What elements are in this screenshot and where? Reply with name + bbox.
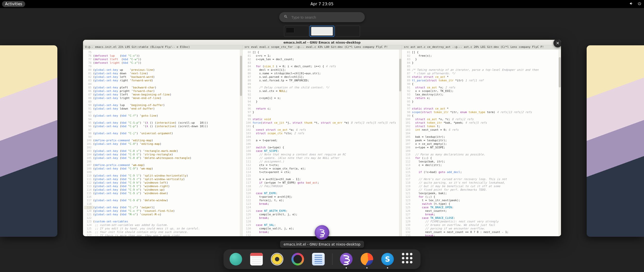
- workspace-3[interactable]: [335, 26, 360, 37]
- code-line[interactable]: 102 struct token t;: [403, 125, 561, 128]
- code-line[interactable]: 114 t→ctx→parent = ctx;: [244, 171, 402, 174]
- code-line[interactable]: 111(global-set-key (kbd "C-9 r") 'split-…: [84, 178, 242, 181]
- code-line[interactable]: 87 * clean up afterwards. */: [403, 72, 561, 75]
- scrollbar-thumb[interactable]: [240, 56, 242, 96]
- code-line[interactable]: 123(custom-set-variables: [84, 220, 242, 223]
- code-line[interactable]: 96: [403, 104, 561, 107]
- code-line[interactable]: 83(global-set-key right 'forward-word): [84, 79, 242, 82]
- code-line[interactable]: 125 ;; If you edit it by hand, you could…: [84, 227, 242, 230]
- code-line[interactable]: 98: [244, 114, 402, 118]
- code-line[interactable]: 128 case TK_BRACE_CLOSE:: [403, 216, 561, 220]
- code-line[interactable]: 91 struct ce_ast *x; 2 refs: [403, 86, 561, 89]
- code-line[interactable]: 120 case NT_EXPR:: [244, 192, 402, 195]
- code-line[interactable]: 97static struct ce_ast *: [403, 107, 561, 111]
- code-line[interactable]: 117(global-set-key (kbd "C-9 d") 'delete…: [84, 199, 242, 202]
- dock-item-rhythmbox[interactable]: [270, 252, 284, 266]
- code-line[interactable]: 110 // update. (Also note that ctx may b…: [244, 156, 402, 160]
- code-line[interactable]: 116: [403, 174, 561, 178]
- code-line[interactable]: 119(global-set-key (kbd "C-/") 'swiper)|: [84, 206, 242, 209]
- dock-item-calendar[interactable]: [250, 252, 263, 266]
- code-line[interactable]: 93 c→sym[i] = s;: [244, 96, 402, 100]
- code-line[interactable]: 115(global-set-key (kbd "C-9 s") 'windmo…: [84, 192, 242, 195]
- code-line[interactable]: 98scope(struct token_itr *itr, enum toke…: [403, 111, 561, 114]
- code-line[interactable]: 127 ;; If there is more than one, they w…: [84, 234, 242, 236]
- code-line[interactable]: 76(defconst lup (kbd "C-x")): [84, 54, 242, 58]
- code-line[interactable]: 83 }: [403, 58, 561, 61]
- code-line[interactable]: 107(define-prefix-command 'wm-map): [84, 163, 242, 167]
- code-line[interactable]: 101{: [244, 125, 402, 128]
- code-line[interactable]: 81 c→rc = 1;: [244, 54, 402, 58]
- code-line[interactable]: 105 bak = lexdup(itr);: [403, 135, 561, 139]
- code-line[interactable]: 112(global-set-key (kbd "C-9 h") 'windmo…: [84, 181, 242, 185]
- code-line[interactable]: 96(global-set-key (kbd "C-p") '(λ () (in…: [84, 125, 242, 128]
- code-line[interactable]: 77(defconst lleft (kbd "C-w")): [84, 58, 242, 61]
- code-line[interactable]: 130 // breaks on overflow. We should jus…: [403, 223, 561, 227]
- code-line[interactable]: 105(global-set-key (kbd "C-0 d") 'delete…: [84, 156, 242, 160]
- emacs-pane-left[interactable]: 7576(defconst lup (kbd "C-x"))77(defcons…: [83, 50, 243, 236]
- code-line[interactable]: 95(global-set-key (kbd "C-S-p") '(λ () (…: [84, 121, 242, 125]
- dock-item-emacs[interactable]: [340, 252, 353, 266]
- code-line[interactable]: 97: [84, 128, 242, 132]
- scrollbar[interactable]: [558, 50, 561, 236]
- window-titlebar[interactable]: emacs.init.el - GNU Emacs at nixos-deskt…: [83, 40, 561, 45]
- code-line[interactable]: 118: [84, 202, 242, 206]
- code-line[interactable]: 128: [244, 220, 402, 223]
- code-line[interactable]: 88 s.val.forced.tp = TP_UNFORCED;: [244, 79, 402, 82]
- code-line[interactable]: 102: [84, 146, 242, 149]
- code-line[interactable]: 118 // FALLTHROUGH: [244, 185, 402, 188]
- code-line[interactable]: 110(global-set-key (kbd "C-9 l") 'split-…: [84, 174, 242, 178]
- code-line[interactable]: 80[] {: [244, 51, 402, 54]
- code-line[interactable]: 94: [84, 118, 242, 121]
- code-line[interactable]: 92: [84, 111, 242, 114]
- power-icon[interactable]: [637, 2, 641, 7]
- code-line[interactable]: 82 free(x);: [403, 54, 561, 58]
- code-line[interactable]: 108 x→type = NT_SCOPE;: [403, 146, 561, 149]
- code-line[interactable]: 103(global-set-key (kbd "C-0 s") 'rectan…: [84, 149, 242, 153]
- code-line[interactable]: 88(global-set-key lright 'move-end-of-li…: [84, 96, 242, 100]
- workspace-2[interactable]: [310, 26, 334, 37]
- code-line[interactable]: 120(global-set-key (kbd "C-x f") 'counse…: [84, 209, 242, 213]
- code-line[interactable]: 124 ;; custom-set-variables was added by…: [84, 223, 242, 227]
- scrollbar[interactable]: [399, 50, 401, 236]
- code-line[interactable]: 99{: [403, 114, 561, 118]
- code-line[interactable]: 114(global-set-key (kbd "C-9 n") 'windmo…: [84, 188, 242, 192]
- code-line[interactable]: 91 s.val.ctx = NULL;: [244, 89, 402, 93]
- code-line[interactable]: 125 case NT_ARITH_EXPR:: [244, 209, 402, 213]
- code-line[interactable]: 126 ;; Your init file should contain onl…: [84, 230, 242, 234]
- code-line[interactable]: 82(global-set-key left 'backward-word): [84, 75, 242, 79]
- workspace-peek-right[interactable]: [587, 45, 644, 237]
- clock[interactable]: Apr 7 23:05: [310, 2, 334, 6]
- code-line[interactable]: 98(global-set-key (kbd "C-j") 'universal…: [84, 132, 242, 135]
- code-line[interactable]: 111 // assignment.): [244, 160, 402, 163]
- code-line[interactable]: 85: [403, 65, 561, 68]
- code-line[interactable]: 121 t→parsed = a→chl[0];: [244, 195, 402, 199]
- code-line[interactable]: 89tl_parse(struct token_itr *itr) 1 ref|…: [403, 79, 561, 82]
- code-line[interactable]: 86(global-set-key pright 'forward-char): [84, 89, 242, 93]
- code-line[interactable]: 123 t = lex_itr_next(peek);: [403, 199, 561, 202]
- code-line[interactable]: 91(global-set-key ldown 'end-of-buffer): [84, 107, 242, 111]
- code-line[interactable]: 80(global-set-key up 'previous-line): [84, 68, 242, 72]
- code-line[interactable]: 123 break;: [244, 202, 402, 206]
- code-line[interactable]: 119 // but it may be beneficial to cut i…: [403, 185, 561, 188]
- code-line[interactable]: 126 compile_arith(t, j, e);: [244, 213, 402, 216]
- window-emacs[interactable]: emacs.init.el - GNU Emacs at nixos-deskt…: [83, 40, 561, 236]
- overview-search[interactable]: [279, 12, 365, 22]
- code-line[interactable]: 125 case TK_BRACE_OPEN:: [403, 206, 561, 209]
- code-line[interactable]: 90{: [403, 82, 561, 86]
- code-line[interactable]: 126 nest_count++;: [403, 209, 561, 213]
- code-line[interactable]: 95: [244, 104, 402, 107]
- code-line[interactable]: 92: [244, 93, 402, 96]
- code-line[interactable]: 88static struct ce_ast *: [403, 75, 561, 79]
- code-line[interactable]: 117 // Here's our cursed error recovery …: [403, 178, 561, 181]
- code-line[interactable]: 81(global-set-key down 'next-line): [84, 72, 242, 75]
- code-line[interactable]: 118 // quite parsing, so it's not techni…: [403, 181, 561, 185]
- code-line[interactable]: 106: [244, 142, 402, 146]
- code-line[interactable]: 113 c = decl(itr);: [403, 163, 561, 167]
- code-line[interactable]: 115: [244, 174, 402, 178]
- code-line[interactable]: 84}: [403, 61, 561, 65]
- code-line[interactable]: 103 struct scope_ctx *ctx; 2 refs: [244, 132, 402, 135]
- code-line[interactable]: 93 lex_destroy(itr);: [403, 93, 561, 96]
- code-line[interactable]: 131 // parsing if we encounter overflow.: [403, 227, 561, 230]
- code-line[interactable]: 111 for (;;) {: [403, 156, 561, 160]
- code-line[interactable]: 85 decl = a→chl[i];: [244, 68, 402, 72]
